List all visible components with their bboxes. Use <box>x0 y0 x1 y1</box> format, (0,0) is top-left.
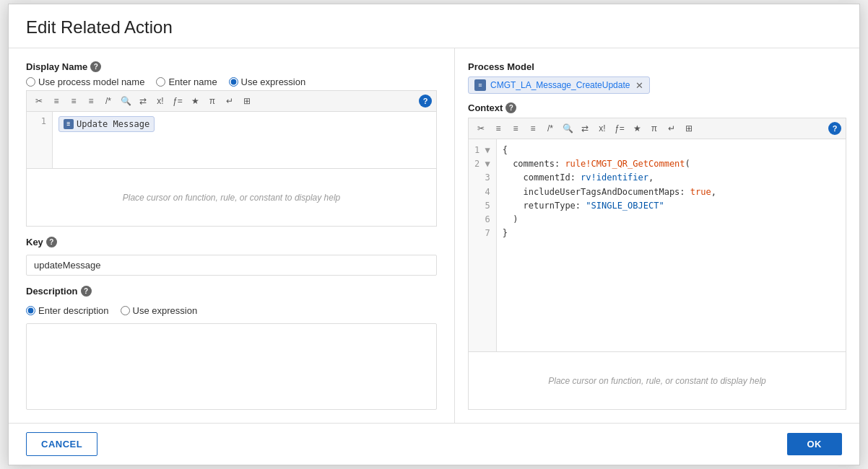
editor-gutter: 1 <box>27 112 53 168</box>
description-textarea[interactable] <box>26 323 437 410</box>
code-line-2: comments: rule!CMGT_QR_GetComment( <box>503 157 840 171</box>
ok-button[interactable]: OK <box>787 433 843 455</box>
modal-title: Edit Related Action <box>9 4 859 48</box>
code-line-1: { <box>503 144 840 157</box>
code-line-4: includeUserTagsAndDocumentMaps: true, <box>503 185 840 199</box>
key-section: Key ? <box>26 237 437 276</box>
toolbar-star-btn[interactable]: ★ <box>187 93 203 109</box>
ctx-toolbar-search-btn[interactable]: 🔍 <box>560 120 576 136</box>
toolbar-align-left-btn[interactable]: ≡ <box>48 93 64 109</box>
left-panel: Display Name ? Use process model name En… <box>9 48 455 423</box>
toolbar-pi-btn[interactable]: π <box>204 93 220 109</box>
toolbar-search-btn[interactable]: 🔍 <box>118 93 134 109</box>
radio-enter-description[interactable]: Enter description <box>26 305 109 316</box>
context-help-icon[interactable]: ? <box>505 102 516 113</box>
code-line-6: ) <box>503 213 840 227</box>
display-name-radio-group: Use process model name Enter name Use ex… <box>26 76 437 87</box>
radio-enter-name[interactable]: Enter name <box>156 76 217 87</box>
description-radio-group: Enter description Use expression <box>26 305 437 316</box>
display-name-help-text: Place cursor on function, rule, or const… <box>26 169 437 227</box>
code-content[interactable]: { comments: rule!CMGT_QR_GetComment( com… <box>497 139 846 351</box>
code-line-3: commentId: rv!identifier, <box>503 171 840 185</box>
toolbar-function-btn[interactable]: ƒ= <box>170 93 186 109</box>
toolbar-return-btn[interactable]: ↵ <box>222 93 238 109</box>
description-help-icon[interactable]: ? <box>81 286 92 297</box>
expression-tag: ≡ Update Message <box>58 116 155 132</box>
radio-description-expression[interactable]: Use expression <box>121 305 198 316</box>
key-input[interactable] <box>26 255 437 276</box>
toolbar-comment-btn[interactable]: /* <box>100 93 116 109</box>
display-name-label: Display Name ? <box>26 61 437 72</box>
key-help-icon[interactable]: ? <box>46 237 57 247</box>
ctx-toolbar-pi-btn[interactable]: π <box>646 120 662 136</box>
ctx-toolbar-cut-btn[interactable]: ✂ <box>473 120 489 136</box>
display-name-section: Display Name ? Use process model name En… <box>26 61 437 227</box>
right-panel: Process Model ≡ CMGT_LA_Message_CreateUp… <box>455 48 859 423</box>
display-name-help-icon[interactable]: ? <box>90 61 101 72</box>
modal-footer: CANCEL OK <box>9 423 859 465</box>
ctx-toolbar-link-btn[interactable]: ⊞ <box>681 120 697 136</box>
key-label: Key ? <box>26 237 437 247</box>
process-model-section: Process Model ≡ CMGT_LA_Message_CreateUp… <box>468 61 846 94</box>
toolbar-align-center-btn[interactable]: ≡ <box>83 93 99 109</box>
ctx-toolbar-align-left-btn[interactable]: ≡ <box>490 120 506 136</box>
expression-toolbar: ✂ ≡ ≡ ≡ /* 🔍 ⇄ x! ƒ= ★ π ↵ ⊞ ? <box>26 90 437 111</box>
context-label: Context ? <box>468 102 846 113</box>
description-label: Description ? <box>26 286 437 297</box>
cancel-button[interactable]: CANCEL <box>26 432 97 456</box>
context-help-text: Place cursor on function, rule, or const… <box>468 352 846 410</box>
ctx-toolbar-function-btn[interactable]: ƒ= <box>612 120 628 136</box>
tag-icon: ≡ <box>64 119 74 129</box>
process-model-name: CMGT_LA_Message_CreateUpdate <box>490 80 630 90</box>
context-section: Context ? ✂ ≡ ≡ ≡ /* 🔍 ⇄ x! ƒ= ★ π ↵ <box>468 102 846 410</box>
ctx-toolbar-return-btn[interactable]: ↵ <box>664 120 680 136</box>
process-model-label: Process Model <box>468 61 846 72</box>
context-toolbar: ✂ ≡ ≡ ≡ /* 🔍 ⇄ x! ƒ= ★ π ↵ ⊞ ? <box>468 118 846 139</box>
ctx-toolbar-help-btn[interactable]: ? <box>828 122 841 135</box>
editor-content[interactable]: ≡ Update Message <box>53 112 436 168</box>
radio-use-process-model-name[interactable]: Use process model name <box>26 76 144 87</box>
code-line-7: } <box>503 227 840 240</box>
ctx-toolbar-expression-btn[interactable]: x! <box>594 120 610 136</box>
radio-use-expression[interactable]: Use expression <box>229 76 306 87</box>
ctx-toolbar-star-btn[interactable]: ★ <box>629 120 645 136</box>
toolbar-cut-btn[interactable]: ✂ <box>31 93 47 109</box>
edit-related-action-modal: Edit Related Action Display Name ? Use p… <box>8 4 860 465</box>
toolbar-swap-btn[interactable]: ⇄ <box>135 93 151 109</box>
process-model-tag-icon: ≡ <box>474 79 486 91</box>
description-section: Description ? Enter description Use expr… <box>26 286 437 410</box>
code-gutter: 1 ▼ 2 ▼ 3 4 5 6 7 <box>469 139 497 351</box>
ctx-toolbar-comment-btn[interactable]: /* <box>542 120 558 136</box>
code-line-5: returnType: "SINGLE_OBJECT" <box>503 199 840 213</box>
ctx-toolbar-align-center-btn[interactable]: ≡ <box>525 120 541 136</box>
modal-body: Display Name ? Use process model name En… <box>9 48 859 423</box>
ctx-toolbar-swap-btn[interactable]: ⇄ <box>577 120 593 136</box>
display-name-editor[interactable]: 1 ≡ Update Message <box>26 111 437 169</box>
context-code-editor[interactable]: 1 ▼ 2 ▼ 3 4 5 6 7 { comments: rule!CMGT_… <box>468 139 846 352</box>
toolbar-align-right-btn[interactable]: ≡ <box>66 93 82 109</box>
toolbar-link-btn[interactable]: ⊞ <box>239 93 255 109</box>
process-model-tag: ≡ CMGT_LA_Message_CreateUpdate ✕ <box>468 76 650 94</box>
toolbar-help-btn[interactable]: ? <box>419 95 432 108</box>
ctx-toolbar-align-right-btn[interactable]: ≡ <box>508 120 524 136</box>
toolbar-expression-btn[interactable]: x! <box>152 93 168 109</box>
process-model-remove-btn[interactable]: ✕ <box>635 80 643 91</box>
